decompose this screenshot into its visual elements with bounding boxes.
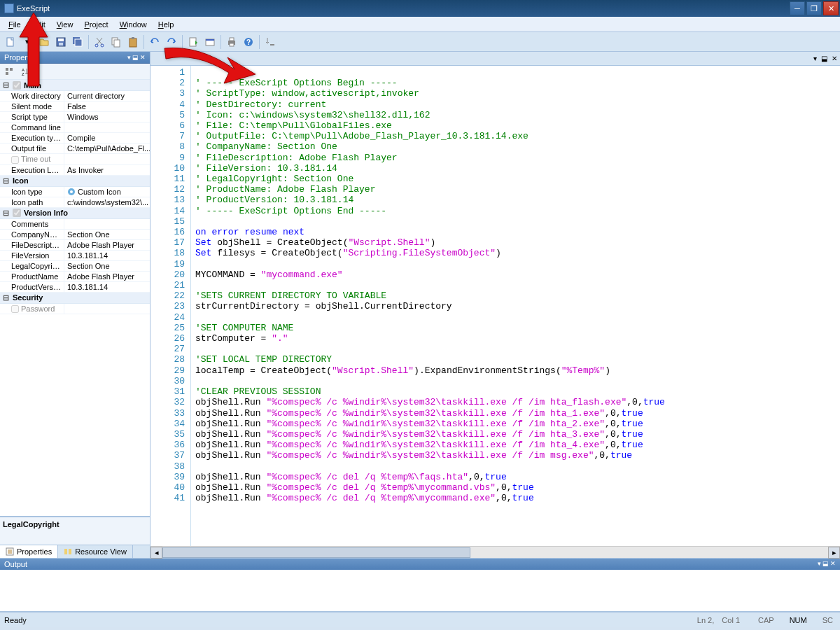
open-icon[interactable]	[36, 34, 52, 50]
status-num: NUM	[787, 616, 810, 624]
menu-project[interactable]: Project	[78, 19, 113, 30]
status-sc: SC	[820, 616, 836, 624]
toolbar: ▾ ?	[0, 32, 840, 52]
editor-pin-icon[interactable]: ⬓	[821, 55, 827, 62]
overflow-icon[interactable]	[262, 34, 278, 50]
menu-view[interactable]: View	[51, 19, 79, 30]
code-content[interactable]: ' ----- ExeScript Options Begin -----' S…	[191, 66, 840, 546]
output-pin-icon[interactable]: ⬓	[822, 560, 829, 568]
prop-productname[interactable]: ProductNameAdobe Flash Player	[0, 272, 150, 282]
menu-file[interactable]: File	[3, 19, 27, 30]
svg-rect-5	[75, 39, 82, 46]
tab-resource-view[interactable]: Resource View	[58, 545, 133, 558]
properties-panel: Properties ▾ ⬓ ✕ AZ ⊟MainWork directoryC…	[0, 52, 150, 558]
section-security[interactable]: ⊟Security	[0, 293, 150, 304]
code-editor[interactable]: 1234567891011121314151617181920212223242…	[150, 66, 840, 546]
prop-time-out[interactable]: Time out	[0, 154, 150, 165]
prop-password[interactable]: Password	[0, 304, 150, 315]
prop-filedescription[interactable]: FileDescriptionAdobe Flash Player	[0, 240, 150, 251]
svg-rect-10	[130, 38, 136, 47]
prop-silent-mode[interactable]: Silent modeFalse	[0, 102, 150, 112]
menu-window[interactable]: Window	[114, 19, 153, 30]
save-icon[interactable]	[53, 34, 69, 50]
redo-icon[interactable]	[164, 34, 179, 50]
prop-icon-path[interactable]: Icon pathc:\windows\system32\...	[0, 197, 150, 208]
section-main[interactable]: ⊟Main	[0, 80, 150, 91]
close-button[interactable]: ✕	[823, 1, 839, 15]
undo-icon[interactable]	[147, 34, 162, 50]
section-version-info[interactable]: ⊟Version Info	[0, 208, 150, 219]
menubar: FileEditViewProjectWindowHelp	[0, 17, 840, 32]
tab-properties[interactable]: Properties	[0, 545, 58, 558]
print-icon[interactable]	[224, 34, 239, 50]
alphabetical-icon[interactable]: AZ	[18, 65, 31, 78]
output-panel: Output ▾ ⬓ ✕	[0, 558, 840, 612]
status-cap: CAP	[755, 616, 777, 624]
svg-rect-12	[190, 38, 196, 46]
help-icon[interactable]: ?	[241, 34, 256, 50]
output-header: Output ▾ ⬓ ✕	[0, 559, 840, 570]
svg-rect-17	[230, 43, 234, 46]
new-dropdown-icon[interactable]: ▾	[20, 34, 35, 50]
prop-productversion[interactable]: ProductVersion10.3.181.14	[0, 282, 150, 293]
output-close-icon[interactable]: ✕	[830, 560, 836, 568]
panel-close-icon[interactable]: ✕	[140, 54, 146, 61]
svg-rect-21	[10, 68, 13, 71]
categorized-icon[interactable]	[3, 65, 15, 78]
prop-execution-type[interactable]: Execution typeCompile	[0, 133, 150, 144]
panel-tabs: Properties Resource View	[0, 545, 150, 558]
svg-point-26	[70, 190, 73, 193]
execute-icon[interactable]	[202, 34, 218, 50]
paste-icon[interactable]	[125, 34, 141, 50]
app-icon	[4, 4, 14, 13]
build-icon[interactable]	[186, 34, 201, 50]
prop-command-line[interactable]: Command line	[0, 122, 150, 133]
prop-output-file[interactable]: Output fileC:\temp\Pull\Adobe_Fl...	[0, 144, 150, 154]
status-line: Ln 2, Col 1	[692, 616, 746, 624]
editor-close-icon[interactable]: ✕	[832, 55, 837, 62]
prop-work-directory[interactable]: Work directoryCurrent directory	[0, 91, 150, 102]
editor-tab-controls: ▾ ⬓ ✕	[150, 52, 840, 66]
properties-header: Properties ▾ ⬓ ✕	[0, 52, 150, 64]
output-body[interactable]	[0, 570, 840, 612]
titlebar: ExeScript ─ ❐ ✕	[0, 0, 840, 17]
property-description: LegalCopyright	[0, 517, 150, 545]
prop-companyname[interactable]: CompanyNameSection One	[0, 230, 150, 240]
statusbar: Ready Ln 2, Col 1 CAP NUM SC	[0, 612, 840, 627]
svg-rect-2	[58, 38, 64, 41]
horizontal-scrollbar[interactable]: ◂ ▸	[150, 546, 840, 558]
section-icon[interactable]: ⊟Icon	[0, 176, 150, 187]
svg-text:?: ?	[246, 38, 251, 46]
maximize-button[interactable]: ❐	[806, 1, 822, 15]
panel-pin-icon[interactable]: ▾	[127, 54, 131, 61]
editor-dropdown-icon[interactable]: ▾	[813, 55, 817, 62]
prop-icon-type[interactable]: Icon typeCustom Icon	[0, 187, 150, 197]
property-grid[interactable]: ⊟MainWork directoryCurrent directorySile…	[0, 80, 150, 517]
prop-fileversion[interactable]: FileVersion10.3.181.14	[0, 251, 150, 261]
prop-script-type[interactable]: Script typeWindows	[0, 112, 150, 122]
menu-edit[interactable]: Edit	[27, 19, 51, 30]
svg-rect-3	[59, 43, 63, 46]
minimize-button[interactable]: ─	[790, 1, 805, 15]
svg-rect-14	[206, 39, 214, 41]
scroll-right-icon[interactable]: ▸	[828, 547, 840, 559]
scroll-left-icon[interactable]: ◂	[150, 547, 162, 559]
svg-text:Z: Z	[22, 72, 24, 76]
prop-execution-level[interactable]: Execution LevelAs Invoker	[0, 165, 150, 176]
prop-comments[interactable]: Comments	[0, 219, 150, 230]
prop-legalcopyright[interactable]: LegalCopyrightSection One	[0, 261, 150, 272]
scroll-thumb[interactable]	[162, 547, 470, 558]
menu-help[interactable]: Help	[153, 19, 180, 30]
new-icon[interactable]	[3, 34, 18, 50]
save-all-icon[interactable]	[70, 34, 85, 50]
output-dropdown-icon[interactable]: ▾	[818, 560, 821, 568]
editor-panel: ▾ ⬓ ✕ 1234567891011121314151617181920212…	[150, 52, 840, 558]
svg-rect-9	[114, 40, 120, 47]
cut-icon[interactable]	[92, 34, 107, 50]
svg-rect-22	[6, 72, 8, 75]
copy-icon[interactable]	[108, 34, 124, 50]
app-title: ExeScript	[17, 4, 50, 13]
window-controls: ─ ❐ ✕	[788, 1, 839, 15]
panel-autohide-icon[interactable]: ⬓	[132, 54, 139, 61]
status-text: Ready	[4, 616, 27, 624]
